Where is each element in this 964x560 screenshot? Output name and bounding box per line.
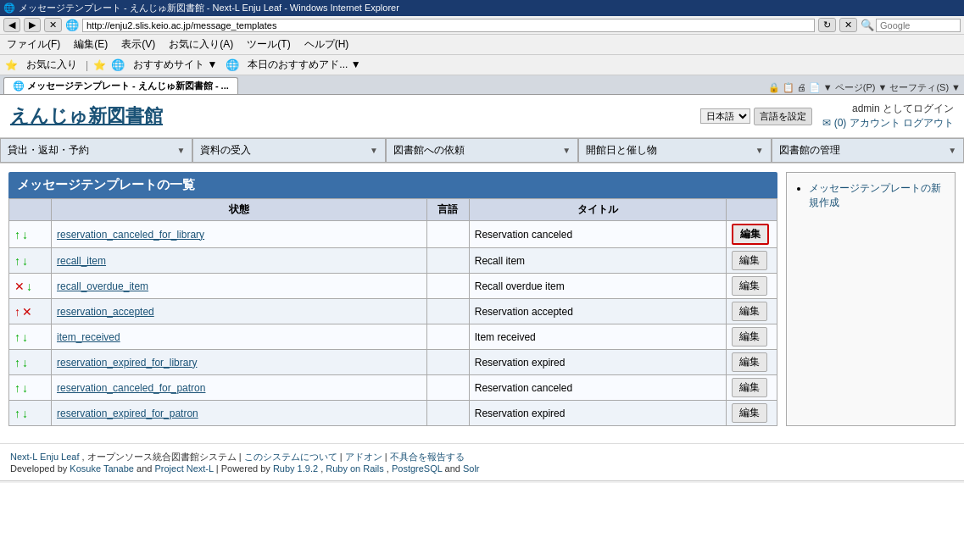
address-input[interactable] bbox=[82, 19, 815, 32]
ruby-link[interactable]: Ruby 1.9.2 bbox=[273, 463, 318, 474]
down-arrow-icon[interactable]: ↓ bbox=[22, 356, 28, 369]
user-login-text: admin としてログイン bbox=[822, 102, 954, 116]
edit-cell: 編集 bbox=[727, 248, 777, 274]
edit-button[interactable]: 編集 bbox=[732, 352, 767, 372]
new-template-link[interactable]: メッセージテンプレートの新規作成 bbox=[809, 182, 941, 208]
recommended-button[interactable]: おすすめサイト ▼ bbox=[130, 57, 220, 73]
page-icon: 🌐 bbox=[65, 19, 79, 31]
edit-button[interactable]: 編集 bbox=[732, 251, 767, 270]
edit-button[interactable]: 編集 bbox=[732, 403, 767, 423]
project-nextl-link[interactable]: Project Next-L bbox=[154, 463, 213, 474]
template-title-cell: Reservation expired bbox=[469, 350, 726, 375]
addon-link[interactable]: アドオン bbox=[345, 452, 382, 462]
up-arrow-icon[interactable]: ↑ bbox=[14, 228, 20, 241]
down-arrow-icon[interactable]: ↓ bbox=[22, 228, 28, 241]
report-bug-link[interactable]: 不具合を報告する bbox=[390, 452, 465, 462]
enju-leaf-link[interactable]: Next-L Enju Leaf bbox=[10, 452, 80, 462]
logout-link[interactable]: ログアウト bbox=[903, 117, 954, 129]
template-name-link[interactable]: item_received bbox=[57, 331, 120, 343]
page-content: えんじゅ新図書館 日本語 言語を設定 admin としてログイン ✉ (0) ア… bbox=[0, 95, 964, 480]
template-name-link[interactable]: reservation_expired_for_patron bbox=[57, 408, 198, 419]
down-arrow-icon[interactable]: ↓ bbox=[26, 280, 32, 293]
template-title-cell: Item received bbox=[469, 324, 726, 350]
stop-button[interactable]: ✕ bbox=[44, 18, 62, 32]
up-arrow-icon[interactable]: ↑ bbox=[14, 254, 20, 268]
template-title-cell: Reservation canceled bbox=[469, 221, 726, 248]
footer-powered-text: | Powered by bbox=[216, 463, 273, 474]
edit-cell: 編集 bbox=[727, 299, 777, 324]
menu-bar: ファイル(F) 編集(E) 表示(V) お気に入り(A) ツール(T) ヘルプ(… bbox=[0, 35, 964, 55]
language-select[interactable]: 日本語 bbox=[700, 108, 750, 124]
template-name-link[interactable]: reservation_accepted bbox=[57, 306, 154, 318]
active-tab[interactable]: 🌐 メッセージテンプレート - えんじゅ新図書館 - ... bbox=[3, 77, 238, 94]
nav-receiving-arrow: ▼ bbox=[370, 146, 378, 155]
edit-cell: 編集 bbox=[727, 401, 777, 426]
template-name-link[interactable]: recall_item bbox=[57, 255, 106, 267]
menu-file[interactable]: ファイル(F) bbox=[3, 36, 64, 53]
down-arrow-icon[interactable]: ↓ bbox=[22, 407, 28, 420]
refresh-button[interactable]: ✕ bbox=[839, 18, 857, 32]
template-name-cell: item_received bbox=[52, 324, 427, 350]
up-arrow-icon[interactable]: ↑ bbox=[14, 356, 20, 369]
template-name-link[interactable]: reservation_canceled_for_library bbox=[57, 229, 204, 241]
up-arrow-icon[interactable]: ↑ bbox=[14, 407, 20, 420]
template-name-link[interactable]: recall_overdue_item bbox=[57, 280, 148, 292]
nav-events-button[interactable]: 開館日と催し物 ▼ bbox=[578, 138, 771, 163]
template-title-cell: Reservation canceled bbox=[469, 375, 726, 401]
template-lang-cell bbox=[426, 248, 469, 274]
postgresql-link[interactable]: PostgreSQL bbox=[392, 463, 443, 474]
arrows-cell: ✕↓ bbox=[9, 274, 52, 299]
site-title[interactable]: えんじゅ新図書館 bbox=[10, 103, 163, 129]
menu-favorites[interactable]: お気に入り(A) bbox=[165, 36, 237, 53]
set-language-button[interactable]: 言語を設定 bbox=[754, 108, 812, 125]
menu-edit[interactable]: 編集(E) bbox=[70, 36, 111, 53]
forward-button[interactable]: ▶ bbox=[24, 18, 41, 32]
template-name-cell: recall_item bbox=[52, 248, 427, 274]
template-title-cell: Reservation expired bbox=[469, 401, 726, 426]
template-name-link[interactable]: reservation_expired_for_library bbox=[57, 357, 197, 369]
search-engine-icon: 🔍 bbox=[861, 19, 874, 31]
menu-tools[interactable]: ツール(T) bbox=[243, 36, 293, 53]
menu-view[interactable]: 表示(V) bbox=[118, 36, 159, 53]
back-button[interactable]: ◀ bbox=[3, 18, 20, 32]
go-button[interactable]: ↻ bbox=[818, 18, 836, 32]
down-arrow-icon[interactable]: ↓ bbox=[22, 330, 28, 344]
mail-icon: ✉ (0) bbox=[822, 117, 846, 129]
edit-button[interactable]: 編集 bbox=[732, 224, 769, 245]
nav-request-button[interactable]: 図書館への依頼 ▼ bbox=[386, 138, 578, 163]
template-title-cell: Reservation accepted bbox=[469, 299, 726, 324]
nav-checkout-button[interactable]: 貸出・返却・予約 ▼ bbox=[0, 138, 192, 163]
edit-button[interactable]: 編集 bbox=[732, 327, 767, 347]
nav-receiving-button[interactable]: 資料の受入 ▼ bbox=[192, 138, 385, 163]
template-name-link[interactable]: reservation_canceled_for_patron bbox=[57, 382, 205, 394]
favorites-star-icon: ⭐ bbox=[5, 59, 18, 71]
favorites-button[interactable]: お気に入り bbox=[23, 57, 81, 73]
arrows-cell: ↑↓ bbox=[9, 248, 52, 274]
about-link[interactable]: このシステムについて bbox=[244, 452, 337, 462]
up-arrow-red-icon[interactable]: ↑ bbox=[14, 305, 20, 319]
account-link[interactable]: アカウント bbox=[850, 117, 900, 129]
rails-link[interactable]: Ruby on Rails bbox=[326, 463, 383, 474]
status-bar bbox=[0, 480, 964, 483]
today-button[interactable]: 本日のおすすめアド... ▼ bbox=[244, 57, 364, 73]
template-lang-cell bbox=[426, 401, 469, 426]
up-arrow-icon[interactable]: ↑ bbox=[14, 330, 20, 344]
template-title-cell: Recall item bbox=[469, 248, 726, 274]
edit-button[interactable]: 編集 bbox=[732, 378, 767, 397]
solr-link[interactable]: Solr bbox=[463, 463, 480, 474]
down-arrow-icon[interactable]: ↓ bbox=[22, 254, 28, 268]
header-right-area: 日本語 言語を設定 admin としてログイン ✉ (0) アカウント ログアウ… bbox=[700, 102, 954, 130]
template-name-cell: reservation_canceled_for_patron bbox=[52, 375, 427, 401]
nav-management-button[interactable]: 図書館の管理 ▼ bbox=[772, 138, 964, 163]
table-row: ↑↓item_receivedItem received編集 bbox=[9, 324, 777, 350]
edit-button[interactable]: 編集 bbox=[732, 276, 767, 296]
menu-help[interactable]: ヘルプ(H) bbox=[301, 36, 353, 53]
edit-button[interactable]: 編集 bbox=[732, 302, 767, 321]
search-input[interactable] bbox=[876, 19, 961, 32]
template-name-cell: reservation_accepted bbox=[52, 299, 427, 324]
up-arrow-icon[interactable]: ↑ bbox=[14, 381, 20, 395]
arrows-cell: ↑↓ bbox=[9, 221, 52, 248]
footer-line1: Next-L Enju Leaf , オープンソース統合図書館システム | この… bbox=[10, 451, 954, 463]
kosuke-tanabe-link[interactable]: Kosuke Tanabe bbox=[70, 463, 134, 474]
down-arrow-icon[interactable]: ↓ bbox=[22, 381, 28, 395]
